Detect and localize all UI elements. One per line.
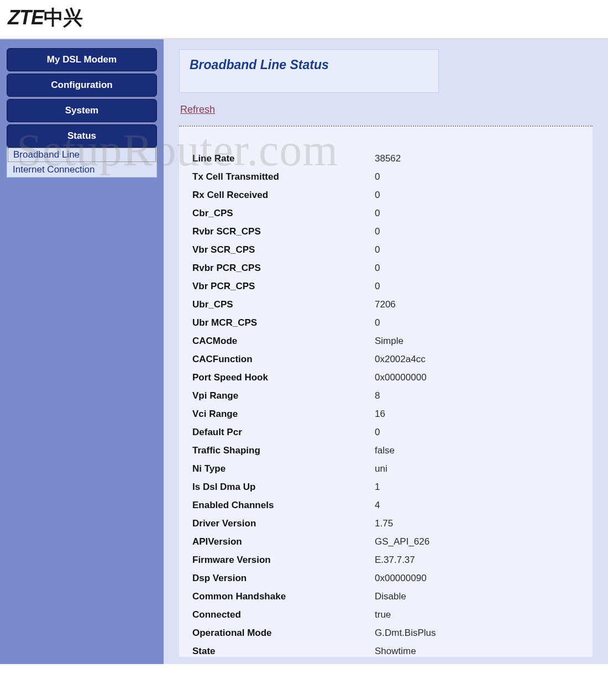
stat-label: Line Rate: [192, 153, 375, 164]
stat-label: Driver Version: [192, 518, 375, 529]
stat-label: Rvbr SCR_CPS: [192, 226, 375, 237]
subnav-internet-connection[interactable]: Internet Connection: [7, 163, 156, 177]
stat-row: Ni Typeuni: [192, 463, 593, 474]
refresh-link[interactable]: Refresh: [180, 104, 215, 116]
stat-label: Vci Range: [192, 409, 375, 420]
stat-label: Rvbr PCR_CPS: [192, 263, 375, 274]
stat-label: Enabled Channels: [192, 500, 375, 511]
stat-value: 0: [375, 317, 380, 328]
page-title: Broadband Line Status: [190, 58, 428, 72]
stat-label: Rx Cell Received: [192, 190, 375, 201]
stat-row: Driver Version1.75: [192, 518, 593, 529]
stat-label: Vbr SCR_CPS: [192, 244, 375, 255]
stat-label: Firmware Version: [192, 555, 375, 566]
stat-row: Operational ModeG.Dmt.BisPlus: [192, 628, 593, 639]
stat-label: Ubr_CPS: [192, 299, 375, 310]
stat-label: State: [192, 646, 375, 657]
stat-value: Simple: [375, 336, 403, 347]
stat-value: 8: [375, 390, 380, 401]
stat-value: GS_API_626: [375, 536, 429, 547]
stat-label: Ubr MCR_CPS: [192, 317, 375, 328]
stat-value: 0: [375, 171, 380, 182]
logo-en: ZTE: [8, 6, 44, 29]
stat-row: CACModeSimple: [192, 336, 593, 347]
nav-my-dsl-modem[interactable]: My DSL Modem: [7, 48, 157, 71]
stat-label: CACMode: [192, 336, 375, 347]
stat-row: APIVersionGS_API_626: [192, 536, 593, 547]
stat-label: Vpi Range: [192, 390, 375, 401]
subnav-broadband-line[interactable]: Broadband Line: [8, 148, 156, 162]
stat-label: Connected: [192, 609, 375, 620]
stat-label: Dsp Version: [192, 573, 375, 584]
stat-value: Showtime: [375, 646, 416, 657]
stat-row: Ubr_CPS7206: [192, 299, 593, 310]
stat-label: Default Pcr: [192, 427, 375, 438]
stat-row: Rx Cell Received0: [192, 190, 593, 201]
nav-status[interactable]: Status: [7, 124, 157, 148]
stat-row: Vbr SCR_CPS0: [192, 244, 593, 255]
subnav: Broadband Line Internet Connection: [7, 148, 157, 177]
content-area: Broadband Line Status Refresh Line Rate3…: [164, 39, 608, 664]
stat-value: 0x00000090: [375, 573, 427, 584]
stat-row: Tx Cell Transmitted0: [192, 171, 593, 182]
stat-value: 0: [375, 226, 380, 237]
stat-row: Dsp Version0x00000090: [192, 573, 593, 584]
stat-row: CACFunction0x2002a4cc: [192, 354, 593, 365]
stat-value: 1.75: [375, 518, 393, 529]
logo-cn: 中兴: [44, 6, 82, 29]
nav-configuration[interactable]: Configuration: [7, 74, 157, 97]
stat-row: Is Dsl Dma Up1: [192, 482, 593, 493]
stat-row: Rvbr SCR_CPS0: [192, 226, 593, 237]
stat-value: 0x2002a4cc: [375, 354, 426, 365]
stat-row: Vbr PCR_CPS0: [192, 281, 593, 292]
stat-value: 0: [375, 427, 380, 438]
stat-row: Vci Range16: [192, 409, 593, 420]
stat-value: 0: [375, 190, 380, 201]
stat-row: Vpi Range8: [192, 390, 593, 401]
stat-label: Common Handshake: [192, 591, 375, 602]
stat-row: Connectedtrue: [192, 609, 593, 620]
stats-panel: Line Rate38562Tx Cell Transmitted0Rx Cel…: [179, 126, 593, 657]
stat-value: 16: [375, 409, 385, 420]
stat-value: 1: [375, 482, 380, 493]
stat-label: Traffic Shaping: [192, 445, 375, 456]
stat-row: Rvbr PCR_CPS0: [192, 263, 593, 274]
stat-row: Cbr_CPS0: [192, 208, 593, 219]
stat-row: Ubr MCR_CPS0: [192, 317, 593, 328]
stat-value: E.37.7.37: [375, 555, 415, 566]
stat-label: Operational Mode: [192, 628, 375, 639]
stat-label: Ni Type: [192, 463, 375, 474]
stat-label: Is Dsl Dma Up: [192, 482, 375, 493]
stat-row: Line Rate38562: [192, 153, 593, 164]
stat-value: G.Dmt.BisPlus: [375, 628, 436, 639]
stat-value: 38562: [375, 153, 401, 164]
logo: ZTE中兴: [8, 6, 82, 29]
stat-value: 0: [375, 263, 380, 274]
stat-value: 0x00000000: [375, 372, 427, 383]
stat-label: APIVersion: [192, 536, 375, 547]
stat-row: Default Pcr0: [192, 427, 593, 438]
stat-label: CACFunction: [192, 354, 375, 365]
stat-row: Firmware VersionE.37.7.37: [192, 555, 593, 566]
stat-row: Common HandshakeDisable: [192, 591, 593, 602]
stat-row: Traffic Shapingfalse: [192, 445, 593, 456]
stat-label: Vbr PCR_CPS: [192, 281, 375, 292]
stat-row: Enabled Channels4: [192, 500, 593, 511]
stat-value: 0: [375, 208, 380, 219]
stat-value: 4: [375, 500, 380, 511]
stat-label: Cbr_CPS: [192, 208, 375, 219]
nav-system[interactable]: System: [7, 99, 157, 122]
stat-value: 0: [375, 244, 380, 255]
stat-value: Disable: [375, 591, 406, 602]
stat-label: Port Speed Hook: [192, 372, 375, 383]
stat-value: true: [375, 609, 391, 620]
stat-value: false: [375, 445, 395, 456]
stat-row: StateShowtime: [192, 646, 593, 657]
stat-label: Tx Cell Transmitted: [192, 171, 375, 182]
stat-row: Port Speed Hook0x00000000: [192, 372, 593, 383]
stat-value: 0: [375, 281, 380, 292]
stat-value: uni: [375, 463, 387, 474]
header-bar: ZTE中兴: [0, 0, 608, 39]
sidebar: My DSL Modem Configuration System Status…: [0, 39, 164, 664]
page-title-box: Broadband Line Status: [179, 49, 439, 93]
